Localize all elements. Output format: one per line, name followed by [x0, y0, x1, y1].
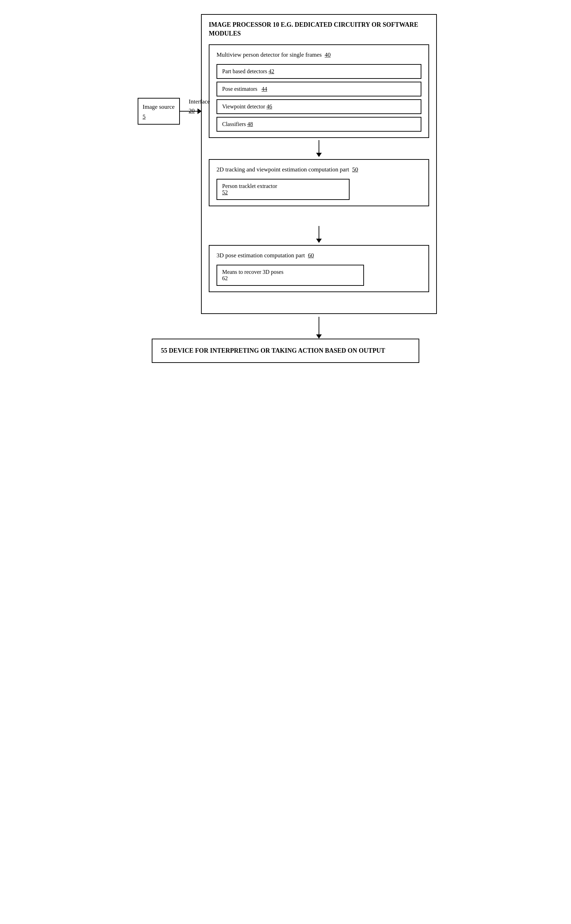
- arrow-head3: [316, 335, 322, 339]
- right-section: IMAGE PROCESSOR 10 E.G. DEDICATED CIRCUI…: [201, 14, 437, 314]
- device-box: 55 DEVICE FOR INTERPRETING OR TAKING ACT…: [152, 339, 419, 363]
- diagram: Image source 5 Interface 20 IMAGE PROCES…: [134, 14, 437, 363]
- image-processor-title: IMAGE PROCESSOR 10 E.G. DEDICATED CIRCUI…: [209, 20, 429, 38]
- multiview-title: Multiview person detector for single fra…: [216, 51, 421, 59]
- arrow-vert-line2: [319, 226, 319, 239]
- classifiers-box: Classifiers 48: [216, 117, 421, 132]
- image-source-label: Image source: [143, 103, 175, 111]
- recover-3d-box: Means to recover 3D poses 62: [216, 265, 364, 286]
- viewpoint-detector-box: Viewpoint detector 46: [216, 99, 421, 114]
- arrow-vert-line3: [319, 317, 319, 335]
- arrow-to-device: [203, 314, 435, 339]
- image-source-box: Image source 5: [137, 98, 180, 125]
- multiview-box: Multiview person detector for single fra…: [209, 44, 429, 138]
- arrow-head1: [316, 153, 322, 157]
- arrow-tracking-to-pose: [209, 224, 429, 245]
- image-processor-outer: IMAGE PROCESSOR 10 E.G. DEDICATED CIRCUI…: [201, 14, 437, 314]
- arrow-multiview-to-tracking: [209, 138, 429, 159]
- arrow-vert-line1: [319, 140, 319, 153]
- pose-estimators-box: Pose estimators 44: [216, 82, 421, 96]
- person-tracklet-box: Person tracklet extractor 52: [216, 179, 350, 200]
- part-based-detectors-box: Part based detectors 42: [216, 64, 421, 79]
- pose-box: 3D pose estimation computation part 60 M…: [209, 245, 429, 292]
- image-source-number: 5: [143, 113, 175, 120]
- pose-title: 3D pose estimation computation part 60: [216, 251, 421, 260]
- spacer1: [209, 206, 429, 224]
- arrow-head2: [316, 239, 322, 243]
- tracking-box: 2D tracking and viewpoint estimation com…: [209, 159, 429, 206]
- bottom-spacer: [209, 292, 429, 303]
- top-row: Image source 5 Interface 20 IMAGE PROCES…: [134, 14, 437, 314]
- tracking-title: 2D tracking and viewpoint estimation com…: [216, 165, 421, 174]
